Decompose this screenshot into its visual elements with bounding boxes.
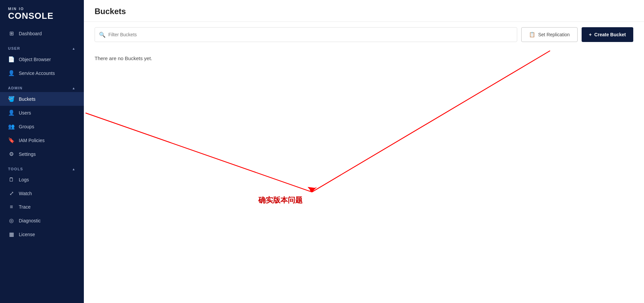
sidebar-item-iam-policies[interactable]: 🔖 IAM Policies [0,133,84,147]
sidebar-item-dashboard[interactable]: ⊞ Dashboard [0,27,84,40]
watch-icon: ⤢ [8,190,15,197]
content-area: There are no Buckets yet. 确实版本问题 [84,47,644,303]
search-input[interactable] [108,32,513,37]
sidebar-item-trace-label: Trace [19,204,31,210]
svg-line-0 [86,113,312,192]
sidebar-item-watch-label: Watch [19,191,32,196]
replication-icon: 📋 [529,32,535,38]
license-icon: ▦ [8,231,15,237]
search-icon: 🔍 [99,32,106,38]
sidebar-item-license[interactable]: ▦ License [0,227,84,241]
groups-icon: 👥 [8,123,15,130]
sidebar-item-object-browser-label: Object Browser [19,57,51,62]
buckets-icon: 🪣 [8,96,15,102]
sidebar-item-buckets[interactable]: 🪣 Buckets [0,92,84,106]
create-bucket-plus-icon: + [589,32,592,37]
sidebar-section-admin: ADMIN ▲ [0,80,84,92]
diagnostic-icon: ◎ [8,217,15,224]
sidebar-section-tools: TOOLS ▲ [0,161,84,173]
empty-buckets-message: There are no Buckets yet. [95,55,633,61]
sidebar-item-logs-label: Logs [19,177,29,182]
create-bucket-label: Create Bucket [594,32,626,37]
logo-mini: MIN IO [8,7,76,11]
set-replication-label: Set Replication [538,32,570,37]
sidebar-item-groups[interactable]: 👥 Groups [0,120,84,133]
iam-policies-icon: 🔖 [8,137,15,143]
sidebar-item-service-accounts-label: Service Accounts [19,71,55,76]
toolbar: 🔍 📋 Set Replication + Create Bucket [84,22,644,47]
dashboard-icon: ⊞ [8,30,15,37]
svg-line-2 [312,51,550,192]
service-accounts-icon: 👤 [8,70,15,76]
chinese-annotation: 确实版本问题 [258,195,303,205]
sidebar-item-diagnostic[interactable]: ◎ Diagnostic [0,214,84,227]
logs-icon: 🗒 [8,177,15,183]
sidebar-item-settings-label: Settings [19,152,36,157]
trace-icon: ≡ [8,204,15,210]
sidebar: MIN IO CONSOLE ⊞ Dashboard USER ▲ 📄 Obje… [0,0,84,303]
sidebar-item-watch[interactable]: ⤢ Watch [0,186,84,200]
logo-console: CONSOLE [8,11,76,21]
sidebar-item-dashboard-label: Dashboard [19,31,42,36]
sidebar-item-users[interactable]: 👤 Users [0,106,84,120]
search-container[interactable]: 🔍 [95,27,517,42]
svg-marker-1 [308,187,315,192]
sidebar-item-object-browser[interactable]: 📄 Object Browser [0,52,84,66]
annotation-layer [84,47,644,303]
logo-area: MIN IO CONSOLE [0,0,84,27]
sidebar-item-groups-label: Groups [19,124,34,129]
users-icon: 👤 [8,110,15,116]
sidebar-item-buckets-label: Buckets [19,96,36,102]
page-title: Buckets [95,7,633,21]
sidebar-item-service-accounts[interactable]: 👤 Service Accounts [0,66,84,80]
sidebar-item-iam-policies-label: IAM Policies [19,138,45,143]
sidebar-item-trace[interactable]: ≡ Trace [0,200,84,214]
page-header: Buckets [84,0,644,22]
sidebar-item-logs[interactable]: 🗒 Logs [0,173,84,186]
create-bucket-button[interactable]: + Create Bucket [582,27,633,42]
sidebar-item-diagnostic-label: Diagnostic [19,218,41,223]
sidebar-item-users-label: Users [19,110,31,116]
sidebar-section-user: USER ▲ [0,40,84,52]
settings-icon: ⚙ [8,151,15,157]
sidebar-item-license-label: License [19,232,35,237]
main-content: Buckets 🔍 📋 Set Replication + Create Buc… [84,0,644,303]
set-replication-button[interactable]: 📋 Set Replication [521,27,577,42]
svg-marker-3 [310,187,317,192]
object-browser-icon: 📄 [8,56,15,62]
sidebar-item-settings[interactable]: ⚙ Settings [0,147,84,161]
